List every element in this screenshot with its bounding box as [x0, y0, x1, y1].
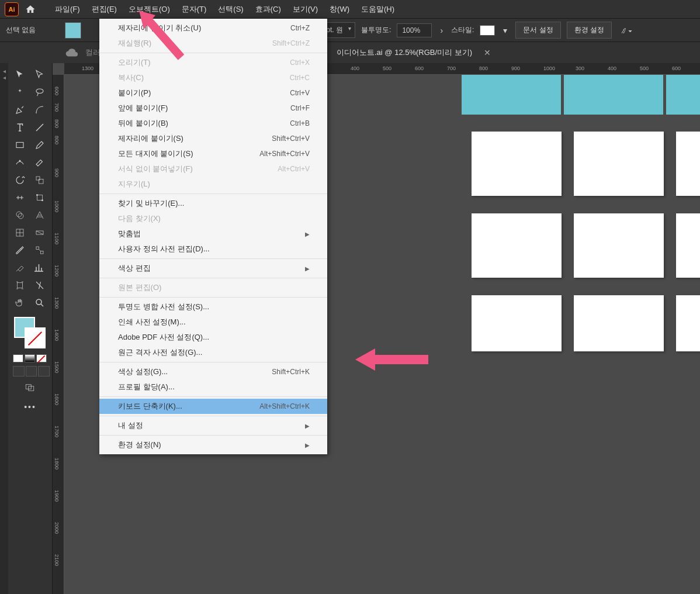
curvature-tool[interactable] — [30, 102, 49, 118]
selection-tool[interactable] — [11, 67, 29, 83]
menu-item[interactable]: 앞에 붙이기(F)Ctrl+F — [99, 101, 327, 116]
menu-item-label: 찾기 및 바꾸기(E)... — [118, 198, 184, 209]
menu-item[interactable]: 맞춤법▶ — [99, 226, 327, 241]
menu-select[interactable]: 선택(S) — [212, 1, 249, 18]
none-mode-icon[interactable] — [36, 354, 47, 362]
menu-item[interactable]: 모든 대지에 붙이기(S)Alt+Shift+Ctrl+V — [99, 146, 327, 161]
free-transform-tool[interactable] — [30, 189, 49, 206]
rectangle-tool[interactable] — [11, 137, 29, 153]
rotate-tool[interactable] — [11, 172, 29, 188]
document-settings-button[interactable]: 문서 설정 — [515, 22, 560, 39]
menu-help[interactable]: 도움말(H) — [355, 1, 400, 18]
fill-color-swatch[interactable] — [65, 22, 81, 39]
artboard-cyan-1 — [462, 75, 561, 115]
menu-item-shortcut: Alt+Shift+Ctrl+V — [259, 150, 310, 158]
style-swatch[interactable] — [480, 25, 495, 36]
ruler-tick: 1500 — [54, 361, 60, 373]
gradient-tool[interactable] — [30, 225, 49, 241]
menu-item-label: 원근 격자 사전 설정(G)... — [118, 347, 202, 358]
stroke-swatch[interactable] — [25, 327, 46, 348]
hand-tool[interactable] — [11, 295, 29, 311]
shaper-tool[interactable] — [11, 154, 29, 171]
menu-item[interactable]: 원근 격자 사전 설정(G)... — [99, 345, 327, 360]
draw-behind-icon[interactable] — [26, 366, 37, 377]
menu-view[interactable]: 보기(V) — [287, 1, 324, 18]
column-graph-tool[interactable] — [30, 260, 49, 276]
document-tab[interactable]: 이디어노트.ai @ 12.5%(RGB/미리 보기) — [337, 47, 472, 58]
style-dropdown-icon[interactable]: ▾ — [501, 23, 510, 37]
toolbar-menu-icon[interactable]: ⫽▾ — [618, 23, 635, 37]
menu-item[interactable]: 색상 편집▶ — [99, 261, 327, 276]
color-tab-label[interactable]: 컬러 — [85, 47, 101, 58]
menu-item[interactable]: 제자리에 붙이기 취소(U)Ctrl+Z — [99, 20, 327, 36]
menu-item-shortcut: Alt+Shift+Ctrl+K — [259, 402, 310, 410]
environment-settings-button[interactable]: 환경 설정 — [567, 22, 612, 39]
artboard-tool[interactable] — [11, 277, 29, 293]
edit-toolbar-icon[interactable]: ••• — [11, 402, 50, 412]
menu-edit[interactable]: 편집(E) — [86, 1, 123, 18]
ruler-tick: 1200 — [54, 265, 60, 277]
menu-item[interactable]: 제자리에 붙이기(S)Shift+Ctrl+V — [99, 131, 327, 146]
symbol-sprayer-tool[interactable] — [11, 260, 29, 276]
menu-item-shortcut: Ctrl+X — [290, 58, 310, 67]
blend-tool[interactable] — [30, 242, 49, 258]
opacity-input[interactable] — [397, 23, 432, 37]
zoom-tool[interactable] — [30, 295, 49, 311]
mesh-tool[interactable] — [11, 225, 29, 241]
menu-item[interactable]: 사용자 정의 사전 편집(D)... — [99, 241, 327, 257]
ruler-tick: 800 — [479, 65, 488, 71]
menu-item-label: 뒤에 붙이기(B) — [118, 118, 168, 129]
menu-item[interactable]: 붙이기(P)Ctrl+V — [99, 85, 327, 101]
color-mode-icon[interactable] — [13, 354, 23, 362]
draw-inside-icon[interactable] — [38, 366, 50, 377]
magic-wand-tool[interactable] — [11, 84, 29, 101]
ruler-tick: 500 — [383, 65, 391, 71]
opacity-arrow-icon[interactable]: › — [438, 23, 445, 37]
menu-item[interactable]: 키보드 단축키(K)...Alt+Shift+Ctrl+K — [99, 399, 327, 414]
menu-item-label: 투명도 병합 사전 설정(S)... — [118, 302, 209, 312]
menu-item[interactable]: 내 설정▶ — [99, 418, 327, 433]
home-icon[interactable] — [23, 2, 37, 16]
screen-mode-icon[interactable] — [23, 382, 37, 394]
paintbrush-tool[interactable] — [30, 137, 49, 153]
menu-item-label: 내 설정 — [118, 420, 143, 431]
perspective-grid-tool[interactable] — [30, 207, 49, 223]
menu-window[interactable]: 창(W) — [324, 1, 355, 18]
svg-rect-2 — [36, 177, 40, 180]
eraser-tool[interactable] — [30, 154, 49, 171]
menu-item[interactable]: 찾기 및 바꾸기(E)... — [99, 196, 327, 211]
vertical-ruler[interactable]: 6007008008009001000110012001300140015001… — [53, 75, 64, 594]
menu-item[interactable]: 환경 설정(N)▶ — [99, 437, 327, 453]
slice-tool[interactable] — [30, 277, 49, 293]
eyedropper-tool[interactable] — [11, 242, 29, 258]
menu-item[interactable]: 인쇄 사전 설정(M)... — [99, 315, 327, 330]
gradient-mode-icon[interactable] — [25, 354, 35, 362]
menu-item[interactable]: 투명도 병합 사전 설정(S)... — [99, 299, 327, 315]
svg-rect-0 — [16, 143, 23, 148]
pen-tool[interactable] — [11, 102, 29, 118]
shape-builder-tool[interactable] — [11, 207, 29, 223]
close-tab-icon[interactable]: ✕ — [484, 48, 491, 57]
menu-item[interactable]: 프로필 할당(A)... — [99, 379, 327, 395]
type-tool[interactable] — [11, 119, 29, 136]
lasso-tool[interactable] — [30, 84, 49, 101]
direct-selection-tool[interactable] — [30, 67, 49, 83]
ruler-tick: 1000 — [543, 65, 555, 71]
width-tool[interactable] — [11, 189, 29, 206]
fill-stroke-swatches[interactable] — [14, 317, 49, 352]
ruler-tick: 1300 — [82, 65, 93, 71]
artboard-9 — [676, 295, 700, 351]
menu-effect[interactable]: 효과(C) — [249, 1, 287, 18]
left-collapse-panel[interactable]: ◂◂ — [0, 63, 8, 594]
menu-item[interactable]: 색상 설정(G)...Shift+Ctrl+K — [99, 364, 327, 379]
scale-tool[interactable] — [30, 172, 49, 188]
menu-item[interactable]: 뒤에 붙이기(B)Ctrl+B — [99, 116, 327, 131]
menu-item[interactable]: Adobe PDF 사전 설정(Q)... — [99, 330, 327, 345]
annotation-arrow-2 — [355, 345, 431, 374]
menu-item-shortcut: Ctrl+V — [290, 89, 310, 97]
draw-normal-icon[interactable] — [13, 366, 25, 377]
ruler-tick: 900 — [511, 65, 520, 71]
ruler-tick: 300 — [576, 65, 584, 71]
line-tool[interactable] — [30, 119, 49, 136]
menu-file[interactable]: 파일(F) — [49, 1, 86, 18]
